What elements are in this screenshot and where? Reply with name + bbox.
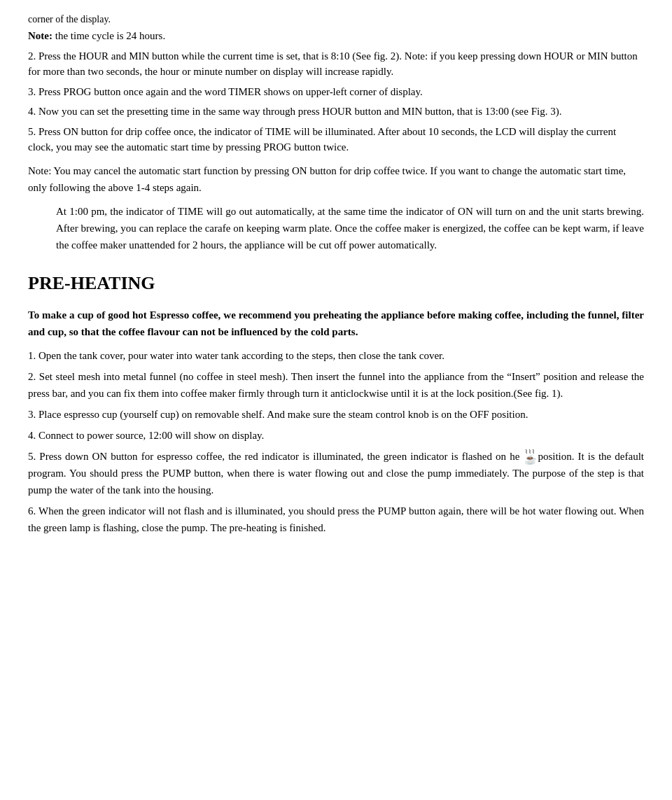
cup-body-symbol: ☕ — [524, 455, 536, 465]
cup-icon: ⌇⌇⌇☕ — [524, 449, 536, 465]
bold-intro-text: To make a cup of good hot Espresso coffe… — [28, 309, 644, 337]
item2: 2. Press the HOUR and MIN button while t… — [28, 48, 644, 80]
item2-text: 2. Press the HOUR and MIN button while t… — [28, 50, 638, 78]
section-note: Note: You may cancel the automatic start… — [28, 162, 644, 196]
ph-item1-text: 1. Open the tank cover, pour water into … — [28, 350, 444, 361]
item4: 4. Now you can set the presetting time i… — [28, 104, 644, 120]
indent-para-text: At 1:00 pm, the indicator of TIME will g… — [56, 206, 644, 251]
preheating-heading: PRE-HEATING — [28, 273, 644, 294]
ph-item4: 4. Connect to power source, 12:00 will s… — [28, 427, 644, 444]
ph-item6-text: 6. When the green indicator will not fla… — [28, 505, 644, 533]
note1-line: Note: the time cycle is 24 hours. — [28, 28, 644, 44]
item5a: 5. Press ON button for drip coffee once,… — [28, 124, 644, 155]
corner-note: corner of the display. — [28, 14, 644, 25]
ph-item6: 6. When the green indicator will not fla… — [28, 503, 644, 536]
item5a-text: 5. Press ON button for drip coffee once,… — [28, 126, 616, 153]
section-note-label: Note: — [28, 165, 51, 176]
ph-item1: 1. Open the tank cover, pour water into … — [28, 347, 644, 364]
ph-item4-text: 4. Connect to power source, 12:00 will s… — [28, 430, 264, 441]
ph-item5: 5. Press down ON button for espresso cof… — [28, 448, 644, 499]
item3: 3. Press PROG button once again and the … — [28, 84, 644, 100]
note1-label: Note: — [28, 30, 52, 41]
bold-intro: To make a cup of good hot Espresso coffe… — [28, 307, 644, 340]
note1-text: the time cycle is 24 hours. — [52, 30, 165, 41]
item4-text: 4. Now you can set the presetting time i… — [28, 106, 561, 117]
preheating-heading-text: PRE-HEATING — [28, 273, 155, 293]
ph-item5-part1: 5. Press down ON button for espresso cof… — [28, 451, 523, 462]
ph-item2-text: 2. Set steel mesh into metal funnel (no … — [28, 371, 644, 399]
section-note-text: You may cancel the automatic start funct… — [28, 165, 626, 193]
page-content: corner of the display. Note: the time cy… — [0, 0, 672, 568]
corner-note-text: corner of the display. — [28, 14, 111, 24]
ph-item3-text: 3. Place espresso cup (yourself cup) on … — [28, 409, 528, 420]
item3-text: 3. Press PROG button once again and the … — [28, 86, 423, 97]
indent-para: At 1:00 pm, the indicator of TIME will g… — [56, 203, 644, 253]
ph-item3: 3. Place espresso cup (yourself cup) on … — [28, 406, 644, 423]
ph-item2: 2. Set steel mesh into metal funnel (no … — [28, 368, 644, 402]
